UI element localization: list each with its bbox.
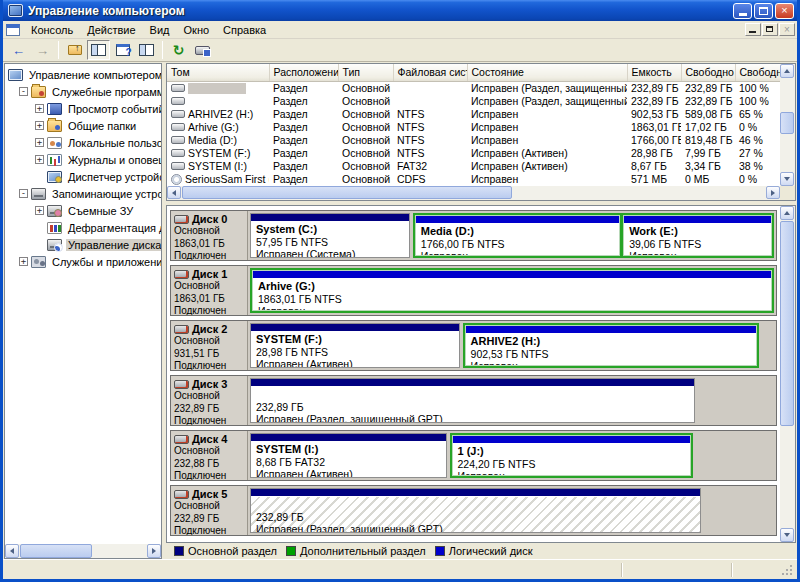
col-header-type[interactable]: Тип bbox=[338, 64, 393, 81]
disk-4-label[interactable]: Диск 4 Основной 232,88 ГБ Подключен bbox=[171, 431, 248, 480]
partition-1-j[interactable]: 1 (J:) 224,20 ГБ NTFS Исправен bbox=[452, 435, 692, 476]
maximize-button[interactable] bbox=[754, 3, 773, 19]
tree-item-event-viewer[interactable]: + Просмотр событий bbox=[5, 100, 161, 117]
volume-row[interactable]: Раздел Основной Исправен (Раздел, защище… bbox=[167, 81, 780, 95]
expand-toggle[interactable]: + bbox=[35, 104, 44, 113]
scrollbar-thumb[interactable] bbox=[780, 221, 794, 426]
tree-item-disk-defragmenter[interactable]: Дефрагментация диска bbox=[5, 219, 161, 236]
cell-free-pct: 100 % bbox=[735, 81, 780, 95]
tree-item-system-tools[interactable]: - Служебные программы bbox=[5, 83, 161, 100]
expand-toggle[interactable]: + bbox=[35, 206, 44, 215]
mdi-restore-button[interactable] bbox=[762, 23, 778, 36]
volume-vertical-scrollbar[interactable] bbox=[780, 64, 795, 186]
collapse-toggle[interactable]: - bbox=[19, 189, 28, 198]
tree-item-removable-storage[interactable]: + Съемные ЗУ bbox=[5, 202, 161, 219]
cell-status: Исправен (Раздел, защищенный GPT) bbox=[467, 95, 627, 108]
refresh-button[interactable]: ↻ bbox=[167, 40, 190, 60]
expand-toggle[interactable]: + bbox=[35, 121, 44, 130]
collapse-toggle[interactable]: - bbox=[19, 87, 28, 96]
disk-3-label[interactable]: Диск 3 Основной 232,89 ГБ Подключен bbox=[171, 376, 248, 425]
tree-item-disk-management[interactable]: Управление дисками bbox=[5, 236, 161, 253]
disk-vertical-scrollbar[interactable] bbox=[780, 206, 795, 542]
col-header-filesystem[interactable]: Файловая система bbox=[393, 64, 467, 81]
col-header-capacity[interactable]: Емкость bbox=[627, 64, 681, 81]
menu-spravka[interactable]: Справка bbox=[216, 22, 273, 38]
menu-vid[interactable]: Вид bbox=[143, 22, 177, 38]
minimize-button[interactable] bbox=[733, 3, 752, 19]
tree-item-services[interactable]: + Службы и приложения bbox=[5, 253, 161, 270]
scroll-down-button[interactable] bbox=[780, 172, 794, 186]
scroll-left-button[interactable] bbox=[167, 186, 181, 199]
scroll-left-button[interactable] bbox=[5, 544, 19, 558]
resize-grip[interactable] bbox=[781, 564, 793, 576]
col-header-volume[interactable]: Том bbox=[167, 64, 269, 81]
scrollbar-thumb[interactable] bbox=[182, 186, 512, 199]
up-folder-button[interactable]: ↑ bbox=[63, 40, 86, 60]
partition-arhive-g[interactable]: Arhive (G:) 1863,01 ГБ NTFS Исправен bbox=[252, 270, 772, 311]
col-header-status[interactable]: Состояние bbox=[467, 64, 627, 81]
logical-disk-strip bbox=[466, 326, 756, 334]
scroll-right-button[interactable] bbox=[147, 544, 161, 558]
col-header-free-pct[interactable]: Свободно % bbox=[735, 64, 780, 81]
help-topics-button[interactable] bbox=[111, 40, 134, 60]
col-header-free[interactable]: Свободно bbox=[681, 64, 735, 81]
expand-toggle[interactable]: + bbox=[19, 257, 28, 266]
disk-0-label[interactable]: Диск 0 Основной 1863,01 ГБ Подключен bbox=[171, 211, 248, 260]
volume-row[interactable]: SeriousSam First (K:) Раздел Основной CD… bbox=[167, 173, 780, 186]
partition-system-f[interactable]: SYSTEM (F:) 28,98 ГБ NTFS Исправен (Акти… bbox=[250, 323, 460, 368]
new-window-button[interactable] bbox=[135, 40, 158, 60]
menu-deystvie[interactable]: Действие bbox=[80, 22, 142, 38]
volume-row[interactable]: ARHIVE2 (H:) Раздел Основной NTFS Исправ… bbox=[167, 108, 780, 121]
menu-okno[interactable]: Окно bbox=[177, 22, 217, 38]
cell-status: Исправен (Активен) bbox=[467, 160, 627, 173]
cell-free-pct: 100 % bbox=[735, 95, 780, 108]
partition-gpt-protected[interactable]: 232,89 ГБ Исправен (Раздел, защищенный G… bbox=[250, 378, 695, 423]
tree-item-performance-logs[interactable]: + Журналы и оповещения пр bbox=[5, 151, 161, 168]
scroll-down-button[interactable] bbox=[780, 528, 794, 542]
partition-system-i[interactable]: SYSTEM (I:) 8,68 ГБ FAT32 Исправен (Акти… bbox=[250, 433, 447, 478]
col-header-location[interactable]: Расположение bbox=[269, 64, 338, 81]
scroll-up-button[interactable] bbox=[780, 206, 794, 220]
expand-toggle[interactable]: + bbox=[35, 155, 44, 164]
tree-item-device-manager[interactable]: Диспетчер устройств bbox=[5, 168, 161, 185]
tree-horizontal-scrollbar[interactable] bbox=[5, 544, 161, 558]
volume-horizontal-scrollbar[interactable] bbox=[167, 186, 780, 200]
disk-2-label[interactable]: Диск 2 Основной 931,51 ГБ Подключен bbox=[171, 321, 248, 370]
scroll-up-button[interactable] bbox=[780, 64, 794, 78]
logical-disk-strip bbox=[253, 271, 771, 279]
partition-work-e[interactable]: Work (E:) 39,06 ГБ NTFS Исправен bbox=[623, 215, 772, 256]
title-bar[interactable]: Управление компьютером × bbox=[3, 0, 797, 21]
volume-row[interactable]: Раздел Основной Исправен (Раздел, защище… bbox=[167, 95, 780, 108]
disk-5-label[interactable]: Диск 5 Основной 232,89 ГБ Подключен bbox=[171, 486, 248, 535]
show-console-tree-button[interactable] bbox=[87, 40, 110, 60]
partition-gpt-protected[interactable]: 232,89 ГБ Исправен (Раздел, защищенный G… bbox=[250, 488, 701, 533]
partition-system-c[interactable]: System (C:) 57,95 ГБ NTFS Исправен (Сист… bbox=[250, 213, 410, 258]
close-button[interactable]: × bbox=[775, 3, 794, 19]
forward-button[interactable]: → bbox=[31, 40, 54, 60]
volume-row[interactable]: SYSTEM (F:) Раздел Основной NTFS Исправе… bbox=[167, 147, 780, 160]
tree-item-shared-folders[interactable]: + Общие папки bbox=[5, 117, 161, 134]
scroll-right-button[interactable] bbox=[766, 186, 780, 199]
mdi-minimize-button[interactable] bbox=[745, 23, 761, 36]
computer-icon bbox=[8, 4, 23, 17]
menu-konsol[interactable]: Консоль bbox=[24, 22, 80, 38]
mdi-close-button[interactable]: × bbox=[779, 23, 795, 36]
tree-item-storage[interactable]: - Запоминающие устройства bbox=[5, 185, 161, 202]
disk-properties-button[interactable] bbox=[191, 40, 214, 60]
cell-status: Исправен bbox=[467, 121, 627, 134]
back-button[interactable]: ← bbox=[7, 40, 30, 60]
console-window-icon[interactable] bbox=[6, 24, 20, 36]
tree-item-computer-management[interactable]: Управление компьютером (локальн bbox=[5, 66, 161, 83]
volume-row[interactable]: SYSTEM (I:) Раздел Основной FAT32 Исправ… bbox=[167, 160, 780, 173]
hard-disk-icon bbox=[174, 215, 189, 224]
scrollbar-thumb[interactable] bbox=[780, 112, 794, 134]
partition-media-d[interactable]: Media (D:) 1766,00 ГБ NTFS Исправен bbox=[415, 215, 620, 256]
volume-row[interactable]: Media (D:) Раздел Основной NTFS Исправен… bbox=[167, 134, 780, 147]
partition-arhive2-h[interactable]: ARHIVE2 (H:) 902,53 ГБ NTFS Исправен bbox=[465, 325, 757, 366]
volume-icon bbox=[171, 97, 185, 105]
disk-1-label[interactable]: Диск 1 Основной 1863,01 ГБ Подключен bbox=[171, 266, 248, 315]
volume-row[interactable]: Arhive (G:) Раздел Основной NTFS Исправе… bbox=[167, 121, 780, 134]
expand-toggle[interactable]: + bbox=[35, 138, 44, 147]
tree-item-local-users[interactable]: + Локальные пользователи bbox=[5, 134, 161, 151]
scrollbar-thumb[interactable] bbox=[20, 544, 92, 558]
